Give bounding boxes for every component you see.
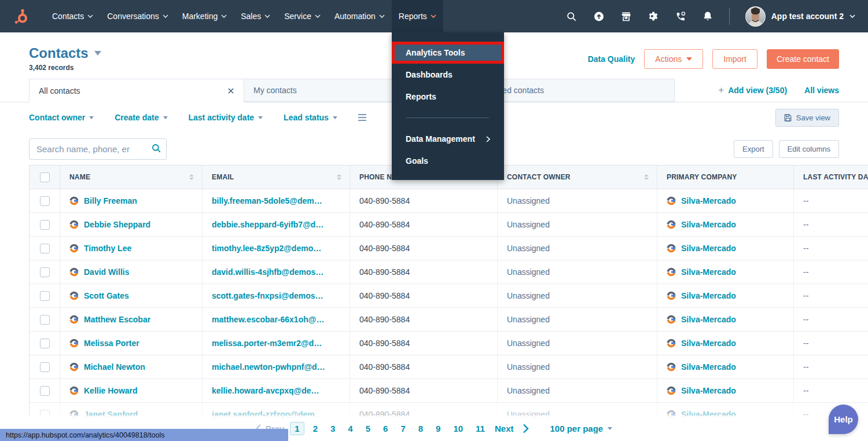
contact-email[interactable]: timothy.lee-8z5yp2@demo… — [212, 244, 321, 253]
column-header[interactable]: LAST ACTIVITY DATE — [794, 166, 868, 189]
primary-company-name[interactable]: Silva-Mercado — [681, 267, 736, 277]
page-number[interactable]: 3 — [326, 422, 339, 435]
nav-item-conversations[interactable]: Conversations — [100, 0, 175, 32]
page-number[interactable]: 2 — [309, 422, 322, 435]
contact-email[interactable]: melissa.porter-m3emr2@d… — [212, 339, 322, 348]
filter-last-activity-date[interactable]: Last activity date — [189, 113, 263, 122]
select-all-checkbox[interactable] — [40, 172, 50, 182]
page-number[interactable]: 1 — [290, 422, 304, 435]
primary-company-name[interactable]: Silva-Mercado — [681, 244, 736, 253]
contact-name[interactable]: Michael Newton — [84, 362, 145, 372]
primary-company-name[interactable]: Silva-Mercado — [681, 291, 736, 300]
page-title[interactable]: Contacts — [29, 45, 89, 61]
help-button[interactable]: Help — [829, 405, 858, 434]
primary-company-name[interactable]: Silva-Mercado — [681, 386, 736, 395]
nav-item-automation[interactable]: Automation — [328, 0, 392, 32]
next-page-button[interactable]: Next — [495, 424, 514, 433]
hubspot-logo-icon[interactable] — [12, 6, 31, 26]
contact-email[interactable]: billy.freeman-5dole5@dem… — [212, 196, 322, 205]
nav-item-contacts[interactable]: Contacts — [45, 0, 100, 32]
primary-company-name[interactable]: Silva-Mercado — [681, 362, 736, 372]
row-checkbox[interactable] — [40, 291, 50, 301]
row-checkbox[interactable] — [40, 220, 50, 230]
search-input[interactable] — [29, 138, 167, 160]
all-views-link[interactable]: All views — [804, 86, 839, 95]
sort-icon[interactable] — [337, 174, 341, 180]
sort-icon[interactable] — [644, 174, 649, 180]
column-header[interactable]: CONTACT OWNER — [498, 166, 657, 189]
export-button[interactable]: Export — [734, 140, 773, 158]
contact-email[interactable]: david.willis-4sjhfb@demos… — [212, 267, 323, 277]
search-icon[interactable] — [151, 143, 161, 156]
primary-company-name[interactable]: Silva-Mercado — [681, 339, 736, 348]
primary-company-name[interactable]: Silva-Mercado — [681, 220, 736, 229]
page-number[interactable]: 8 — [414, 422, 427, 435]
nav-item-service[interactable]: Service — [277, 0, 328, 32]
import-button[interactable]: Import — [712, 49, 757, 69]
sort-icon[interactable] — [189, 174, 194, 180]
search-icon[interactable] — [566, 10, 578, 22]
nav-item-sales[interactable]: Sales — [234, 0, 277, 32]
filter-create-date[interactable]: Create date — [115, 113, 167, 122]
contact-email[interactable]: scott.gates-fnxpsi@demos… — [212, 291, 323, 300]
create-contact-button[interactable]: Create contact — [767, 49, 839, 69]
nav-item-reports[interactable]: Reports — [392, 0, 443, 32]
column-header[interactable]: NAME — [60, 166, 203, 189]
row-checkbox[interactable] — [40, 362, 50, 372]
contact-email[interactable]: kellie.howard-avcpxq@de… — [212, 386, 319, 395]
page-number[interactable]: 9 — [432, 422, 444, 435]
contact-name[interactable]: Matthew Escobar — [84, 315, 150, 324]
page-number[interactable]: 10 — [449, 422, 467, 435]
settings-icon[interactable] — [648, 10, 659, 22]
menu-item-goals[interactable]: Goals — [392, 150, 504, 172]
account-menu[interactable]: App test account 2 — [745, 6, 855, 27]
edit-columns-button[interactable]: Edit columns — [779, 140, 839, 158]
close-icon[interactable] — [227, 87, 234, 94]
nav-item-marketing[interactable]: Marketing — [175, 0, 234, 32]
primary-company-name[interactable]: Silva-Mercado — [681, 196, 736, 205]
filter-contact-owner[interactable]: Contact owner — [29, 113, 94, 122]
save-view-button[interactable]: Save view — [775, 109, 839, 127]
contact-name[interactable]: Kellie Howard — [84, 386, 138, 395]
contact-name[interactable]: Billy Freeman — [84, 196, 137, 205]
contact-name[interactable]: Debbie Sheppard — [84, 220, 150, 229]
filter-lead-status[interactable]: Lead status — [284, 113, 337, 122]
actions-button[interactable]: Actions — [644, 49, 703, 69]
contact-email[interactable]: matthew.escobar-66x1oh@… — [212, 315, 324, 324]
contact-name[interactable]: Melissa Porter — [84, 339, 139, 348]
row-checkbox[interactable] — [40, 244, 50, 253]
marketplace-icon[interactable] — [620, 10, 632, 22]
menu-item-reports[interactable]: Reports — [392, 86, 504, 108]
contact-name[interactable]: Scott Gates — [84, 291, 129, 300]
next-chevron-button[interactable] — [523, 424, 529, 433]
page-number[interactable]: 4 — [344, 422, 356, 435]
page-number[interactable]: 7 — [396, 422, 409, 435]
all-filters-icon[interactable] — [358, 114, 366, 121]
page-number[interactable]: 5 — [362, 422, 374, 435]
data-quality-link[interactable]: Data Quality — [588, 54, 635, 64]
add-view-link[interactable]: + Add view (3/50) — [718, 84, 787, 96]
menu-item-analytics-tools[interactable]: Analytics Tools — [392, 42, 504, 64]
page-number[interactable]: 6 — [379, 422, 392, 435]
menu-item-dashboards[interactable]: Dashboards — [392, 64, 504, 86]
title-dropdown-icon[interactable] — [94, 51, 101, 56]
page-number[interactable]: 11 — [472, 422, 489, 435]
contact-email[interactable]: michael.newton-pwhpnf@d… — [212, 362, 325, 372]
row-checkbox[interactable] — [40, 267, 50, 277]
row-checkbox[interactable] — [40, 196, 50, 206]
column-header[interactable]: EMAIL — [203, 166, 350, 189]
row-checkbox[interactable] — [40, 339, 50, 348]
guide-icon[interactable] — [593, 10, 605, 22]
contact-email[interactable]: debbie.sheppard-6yifb7@d… — [212, 220, 323, 229]
tab-all-contacts[interactable]: All contacts — [29, 79, 244, 102]
per-page-select[interactable]: 100 per page — [550, 424, 612, 433]
menu-item-data-management[interactable]: Data Management — [392, 128, 504, 150]
primary-company-name[interactable]: Silva-Mercado — [681, 315, 736, 324]
column-header[interactable]: PRIMARY COMPANY — [657, 166, 794, 189]
contact-name[interactable]: David Willis — [84, 267, 129, 277]
contact-name[interactable]: Timothy Lee — [84, 244, 131, 253]
notifications-icon[interactable] — [702, 10, 713, 22]
calls-icon[interactable] — [675, 10, 686, 22]
row-checkbox[interactable] — [40, 386, 50, 396]
row-checkbox[interactable] — [40, 315, 50, 325]
